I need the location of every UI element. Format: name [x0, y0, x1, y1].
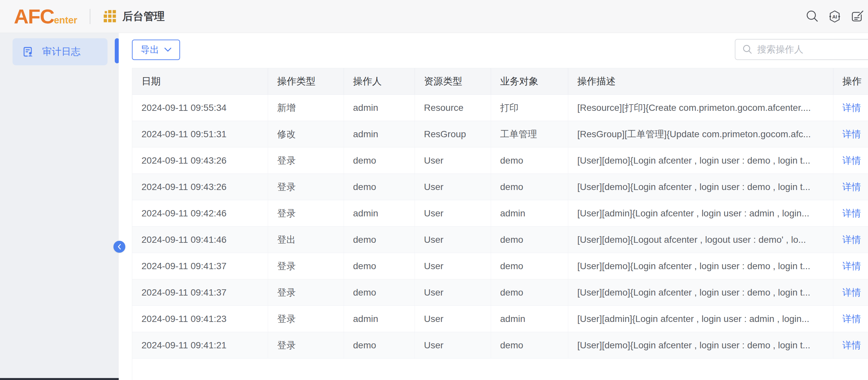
cell-date: 2024-09-11 09:41:23	[132, 306, 268, 332]
table-row: 2024-09-11 09:41:37登录demoUserdemo[User][…	[132, 253, 868, 280]
cell-resource_type: User	[414, 280, 491, 306]
cell-resource_type: User	[414, 332, 491, 358]
cell-type: 登录	[268, 147, 344, 174]
cell-action: 详情	[833, 95, 868, 121]
cell-description: [User][admin]{Login afcenter , login use…	[568, 306, 833, 332]
cell-type: 登录	[268, 306, 344, 332]
column-header-resource_type: 资源类型	[414, 68, 491, 95]
cell-action: 详情	[833, 121, 868, 147]
operator-search-input[interactable]	[757, 44, 866, 55]
detail-link[interactable]: 详情	[843, 129, 861, 139]
cell-resource_type: User	[414, 253, 491, 280]
export-button[interactable]: 导出	[132, 39, 180, 60]
export-button-label: 导出	[141, 43, 159, 56]
cell-operator: demo	[344, 332, 414, 358]
cell-action: 详情	[833, 332, 868, 358]
cell-business_object: demo	[491, 227, 568, 253]
backend-admin-page: AFC enter 后台管理	[0, 0, 868, 380]
detail-link[interactable]: 详情	[843, 261, 861, 271]
table-row: 2024-09-11 09:51:31修改adminResGroup工单管理[R…	[132, 121, 868, 147]
table-row: 2024-09-11 09:55:34新增adminResource打印[Res…	[132, 95, 868, 121]
compose-icon[interactable]	[849, 9, 865, 24]
page-title: 后台管理	[122, 9, 164, 24]
cell-action: 详情	[833, 200, 868, 227]
cell-operator: admin	[344, 95, 414, 121]
chevron-down-icon	[164, 48, 172, 52]
cell-business_object: demo	[491, 147, 568, 174]
cell-action: 详情	[833, 306, 868, 332]
search-input-icon	[742, 44, 752, 55]
cell-description: [User][demo]{Login afcenter , login user…	[568, 147, 833, 174]
detail-link[interactable]: 详情	[843, 182, 861, 192]
cell-action: 详情	[833, 253, 868, 280]
column-header-action: 操作	[833, 68, 868, 95]
sidebar-item-label: 审计日志	[42, 45, 81, 58]
cell-business_object: demo	[491, 174, 568, 200]
detail-link[interactable]: 详情	[843, 208, 861, 218]
cell-description: [User][demo]{Login afcenter , login user…	[568, 280, 833, 306]
table-row: 2024-09-11 09:41:46登出demoUserdemo[User][…	[132, 227, 868, 253]
detail-link[interactable]: 详情	[843, 235, 861, 245]
cell-operator: admin	[344, 200, 414, 227]
cell-business_object: 工单管理	[491, 121, 568, 147]
cell-action: 详情	[833, 174, 868, 200]
cell-description: [Resource][打印]{Create com.primeton.gocom…	[568, 95, 833, 121]
sidebar: 审计日志	[0, 33, 119, 380]
afcenter-logo[interactable]: AFC enter	[14, 6, 77, 27]
cell-type: 登录	[268, 200, 344, 227]
cell-type: 登录	[268, 253, 344, 280]
column-header-description: 操作描述	[568, 68, 833, 95]
cell-operator: demo	[344, 147, 414, 174]
ai-assistant-icon[interactable]: AI	[827, 9, 842, 24]
sidebar-collapse-button[interactable]	[114, 241, 125, 253]
cell-business_object: demo	[491, 332, 568, 358]
cell-business_object: demo	[491, 253, 568, 280]
cell-description: [User][demo]{Login afcenter , login user…	[568, 253, 833, 280]
table-row: 2024-09-11 09:43:26登录demoUserdemo[User][…	[132, 174, 868, 200]
cell-description: [ResGroup][工单管理]{Update com.primeton.goc…	[568, 121, 833, 147]
cell-description: [User][demo]{Login afcenter , login user…	[568, 174, 833, 200]
cell-date: 2024-09-11 09:41:37	[132, 280, 268, 306]
audit-log-table-container: 日期操作类型操作人资源类型业务对象操作描述操作 2024-09-11 09:55…	[132, 68, 868, 380]
cell-resource_type: User	[414, 174, 491, 200]
sidebar-item-audit-log[interactable]: 审计日志	[12, 38, 107, 65]
cell-date: 2024-09-11 09:43:26	[132, 174, 268, 200]
detail-link[interactable]: 详情	[843, 287, 861, 297]
cell-operator: admin	[344, 306, 414, 332]
table-row: 2024-09-11 09:43:26登录demoUserdemo[User][…	[132, 147, 868, 174]
cell-operator: admin	[344, 121, 414, 147]
cell-date: 2024-09-11 09:41:37	[132, 253, 268, 280]
detail-link[interactable]: 详情	[843, 314, 861, 324]
svg-text:AI: AI	[832, 14, 837, 20]
table-row: 2024-09-11 09:42:46登录adminUseradmin[User…	[132, 200, 868, 227]
cell-business_object: demo	[491, 280, 568, 306]
cell-business_object: admin	[491, 306, 568, 332]
column-header-operator: 操作人	[344, 68, 414, 95]
cell-type: 新增	[268, 95, 344, 121]
cell-action: 详情	[833, 280, 868, 306]
cell-business_object: admin	[491, 200, 568, 227]
cell-description: [User][admin]{Login afcenter , login use…	[568, 200, 833, 227]
chevron-left-icon	[117, 243, 122, 250]
cell-resource_type: User	[414, 306, 491, 332]
detail-link[interactable]: 详情	[843, 340, 861, 350]
main-content: 导出 日期操作类型操作人资源类型业务对象操作描述操作	[119, 33, 868, 380]
app-grid-icon	[103, 10, 117, 23]
cell-resource_type: User	[414, 227, 491, 253]
cell-date: 2024-09-11 09:41:46	[132, 227, 268, 253]
cell-action: 详情	[833, 147, 868, 174]
detail-link[interactable]: 详情	[843, 103, 861, 113]
column-header-business_object: 业务对象	[491, 68, 568, 95]
cell-date: 2024-09-11 09:51:31	[132, 121, 268, 147]
cell-date: 2024-09-11 09:43:26	[132, 147, 268, 174]
search-icon[interactable]	[805, 9, 820, 24]
cell-type: 登录	[268, 280, 344, 306]
topbar-icons: AI	[805, 9, 868, 24]
table-header-row: 日期操作类型操作人资源类型业务对象操作描述操作	[132, 68, 868, 95]
table-row: 2024-09-11 09:41:21登录demoUserdemo[User][…	[132, 332, 868, 358]
cell-date: 2024-09-11 09:42:46	[132, 200, 268, 227]
audit-table-body: 2024-09-11 09:55:34新增adminResource打印[Res…	[132, 95, 868, 358]
audit-log-icon	[23, 46, 34, 57]
topbar-divider	[90, 9, 90, 24]
detail-link[interactable]: 详情	[843, 155, 861, 166]
